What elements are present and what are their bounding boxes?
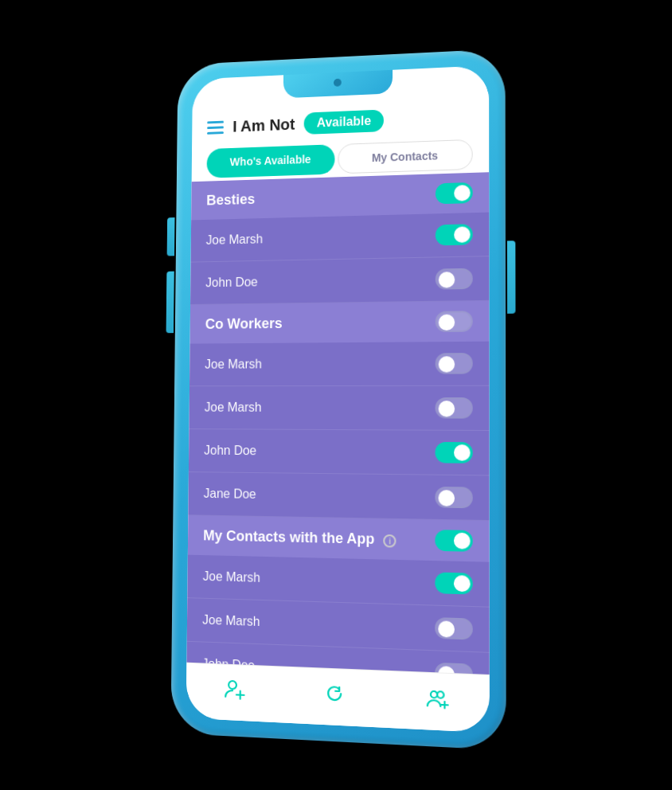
contact-name: Jane Doe bbox=[204, 487, 256, 502]
contact-name: Joe Marsh bbox=[202, 613, 260, 629]
toggle-besties-section[interactable] bbox=[436, 182, 473, 204]
contact-name: Joe Marsh bbox=[205, 401, 262, 415]
toggle-knob bbox=[439, 490, 455, 506]
nav-add-group[interactable] bbox=[425, 686, 448, 710]
phone-frame: I Am Not Available Who's Available My Co… bbox=[170, 49, 506, 750]
menu-line-2 bbox=[207, 126, 224, 129]
section-header-coworkers: Co Workers bbox=[190, 301, 490, 344]
toggle-knob bbox=[454, 185, 470, 201]
tab-my-contacts[interactable]: My Contacts bbox=[338, 139, 472, 174]
toggle-john-doe-besties[interactable] bbox=[436, 268, 473, 290]
side-button-volume bbox=[166, 272, 174, 334]
side-button-power bbox=[507, 241, 516, 314]
menu-button[interactable] bbox=[207, 120, 224, 134]
bottom-nav bbox=[186, 663, 490, 733]
menu-line-1 bbox=[207, 120, 224, 123]
tab-whos-available[interactable]: Who's Available bbox=[207, 144, 335, 178]
refresh-icon bbox=[323, 681, 346, 705]
contact-row-coworkers-3: John Doe bbox=[189, 429, 490, 475]
toggle-knob bbox=[439, 356, 455, 372]
add-person-icon bbox=[225, 677, 246, 700]
toggle-knob bbox=[438, 620, 455, 637]
contact-name: John Doe bbox=[204, 444, 256, 458]
contact-name: Joe Marsh bbox=[205, 358, 262, 372]
screen: I Am Not Available Who's Available My Co… bbox=[186, 65, 490, 733]
section-title-mycontacts: My Contacts with the App i bbox=[203, 527, 397, 548]
toggle-knob bbox=[454, 444, 471, 461]
svg-point-3 bbox=[431, 690, 437, 698]
add-group-icon bbox=[425, 686, 448, 710]
toggle-knob bbox=[439, 272, 455, 287]
available-badge[interactable]: Available bbox=[304, 109, 384, 134]
toggle-joe-marsh-cw2[interactable] bbox=[436, 397, 473, 419]
contact-name: Joe Marsh bbox=[206, 233, 264, 248]
side-button-mute bbox=[167, 217, 175, 256]
contact-row-besties-2: John Doe bbox=[190, 256, 489, 305]
contact-row-coworkers-2: Joe Marsh bbox=[189, 386, 489, 431]
contact-row-coworkers-1: Joe Marsh bbox=[189, 342, 489, 387]
toggle-joe-marsh-mc2[interactable] bbox=[435, 617, 473, 639]
toggle-knob bbox=[454, 575, 471, 592]
header-status-text: I Am Not bbox=[232, 115, 295, 135]
toggle-john-doe-cw[interactable] bbox=[435, 442, 472, 463]
section-header-mycontacts: My Contacts with the App i bbox=[188, 515, 490, 561]
contacts-scroll[interactable]: Besties Joe Marsh John Doe bbox=[186, 172, 489, 675]
phone-inner: I Am Not Available Who's Available My Co… bbox=[186, 65, 490, 733]
section-title-coworkers: Co Workers bbox=[205, 315, 283, 333]
svg-point-4 bbox=[437, 691, 443, 698]
contact-name: Joe Marsh bbox=[203, 569, 260, 585]
menu-line-3 bbox=[207, 131, 224, 135]
toggle-jane-doe-cw[interactable] bbox=[435, 487, 472, 508]
scene: I Am Not Available Who's Available My Co… bbox=[0, 0, 672, 790]
contact-name: John Doe bbox=[205, 276, 258, 291]
toggle-coworkers-section[interactable] bbox=[436, 311, 473, 332]
toggle-joe-marsh-mc1[interactable] bbox=[435, 572, 472, 594]
toggle-knob bbox=[454, 226, 470, 243]
notch bbox=[283, 70, 393, 99]
notch-camera bbox=[334, 79, 342, 87]
toggle-knob bbox=[439, 401, 455, 417]
contact-row-besties-1: Joe Marsh bbox=[191, 213, 490, 263]
toggle-knob bbox=[439, 315, 455, 330]
nav-refresh[interactable] bbox=[323, 681, 346, 705]
section-title-besties: Besties bbox=[206, 191, 255, 209]
contact-row-coworkers-4: Jane Doe bbox=[188, 472, 489, 521]
toggle-joe-marsh-cw1[interactable] bbox=[436, 353, 473, 374]
nav-add-contact[interactable] bbox=[225, 677, 246, 700]
toggle-joe-marsh-besties[interactable] bbox=[436, 224, 473, 245]
svg-point-0 bbox=[229, 680, 237, 688]
toggle-mycontacts-section[interactable] bbox=[435, 530, 472, 552]
toggle-knob bbox=[454, 533, 471, 549]
info-icon[interactable]: i bbox=[384, 534, 397, 548]
